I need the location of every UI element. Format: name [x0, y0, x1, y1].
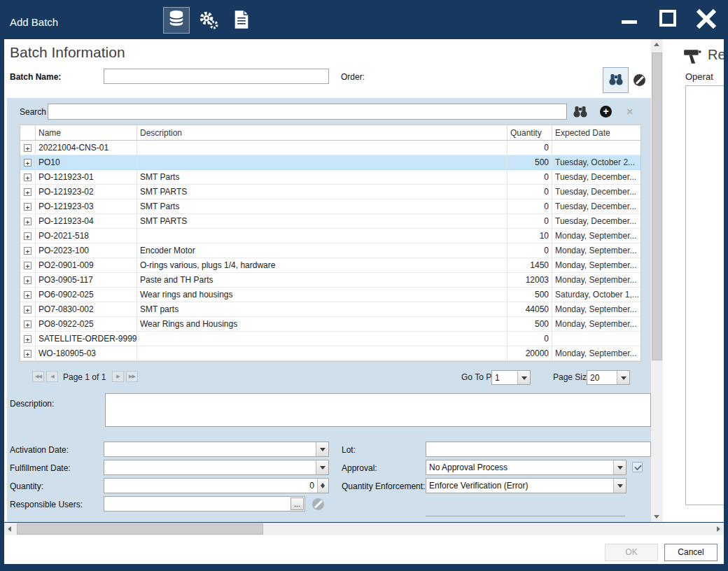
table-row[interactable]: +PO3-0905-117Paste and TH Parts12003Mond…: [20, 273, 640, 288]
prev-page-button[interactable]: ◀: [46, 371, 58, 382]
scroll-left-button[interactable]: [4, 523, 16, 535]
cancel-button[interactable]: Cancel: [664, 544, 718, 561]
table-row[interactable]: +PO-121923-02SMT PARTS0Tuesday, December…: [20, 185, 640, 199]
scroll-right-button[interactable]: [712, 523, 724, 535]
row-expand-toggle[interactable]: +: [20, 199, 36, 213]
ok-button[interactable]: OK: [605, 544, 658, 561]
expand-plus-icon[interactable]: +: [24, 188, 31, 196]
clear-search-icon[interactable]: ×: [626, 106, 633, 118]
expand-plus-icon[interactable]: +: [24, 247, 31, 255]
approval-check-icon[interactable]: [632, 462, 643, 472]
header-description[interactable]: Description: [137, 125, 507, 140]
chevron-down-icon[interactable]: [613, 479, 626, 493]
expand-plus-icon[interactable]: +: [24, 218, 31, 225]
spinner-arrows-icon[interactable]: [317, 479, 328, 493]
lot-input[interactable]: [426, 442, 651, 457]
responsible-users-clear-icon[interactable]: [312, 498, 324, 510]
header-quantity[interactable]: Quantity: [507, 125, 552, 140]
expand-plus-icon[interactable]: +: [24, 232, 31, 240]
close-button[interactable]: [690, 3, 722, 34]
database-toolbar-button[interactable]: [163, 7, 190, 34]
row-expand-toggle[interactable]: +: [20, 273, 36, 287]
document-button[interactable]: [233, 10, 250, 32]
expand-plus-icon[interactable]: +: [24, 144, 31, 152]
vertical-scrollbar[interactable]: [651, 39, 663, 522]
batch-name-input[interactable]: [104, 69, 329, 84]
browse-ellipsis-button[interactable]: ...: [290, 498, 304, 510]
next-page-button[interactable]: ▶: [112, 371, 124, 382]
table-row[interactable]: +PO-121923-01SMT Parts0Tuesday, December…: [20, 170, 640, 185]
row-expand-toggle[interactable]: +: [20, 170, 36, 184]
table-row[interactable]: +PO-121923-03SMT Parts0Tuesday, December…: [20, 199, 640, 214]
horizontal-scrollbar[interactable]: [4, 523, 724, 535]
table-row[interactable]: +PO6-0902-025Wear rings and housings500S…: [20, 288, 640, 302]
scroll-up-button[interactable]: [651, 39, 663, 51]
expand-plus-icon[interactable]: +: [24, 159, 31, 167]
row-expand-toggle[interactable]: +: [20, 317, 36, 331]
row-expand-toggle[interactable]: +: [20, 244, 36, 258]
add-icon[interactable]: [600, 106, 612, 118]
responsible-users-field[interactable]: ...: [104, 496, 305, 512]
row-expand-toggle[interactable]: +: [20, 346, 36, 360]
order-clear-icon[interactable]: [634, 74, 645, 86]
order-search-button[interactable]: [603, 67, 629, 93]
table-row[interactable]: +WO-180905-0320000Monday, September...: [20, 346, 640, 361]
expand-plus-icon[interactable]: +: [24, 262, 31, 269]
table-row[interactable]: +PO-2023-100Encoder Motor0Monday, Septem…: [20, 244, 640, 258]
expand-plus-icon[interactable]: +: [24, 335, 31, 343]
table-row[interactable]: +PO8-0922-025Wear Rings and Housings500M…: [20, 317, 640, 332]
expand-plus-icon[interactable]: +: [24, 174, 31, 181]
row-expand-toggle[interactable]: +: [20, 185, 36, 199]
row-expand-toggle[interactable]: +: [20, 332, 36, 346]
settings-gears-button[interactable]: [198, 10, 219, 32]
goto-page-combo[interactable]: 1: [491, 370, 531, 385]
last-page-button[interactable]: ▶▶: [126, 371, 138, 382]
chevron-down-icon[interactable]: [613, 460, 626, 474]
row-expand-toggle[interactable]: +: [20, 155, 36, 169]
expand-plus-icon[interactable]: +: [24, 291, 31, 299]
row-expand-toggle[interactable]: +: [20, 229, 36, 243]
expand-plus-icon[interactable]: +: [24, 350, 31, 358]
right-panel-subtitle: Operat: [685, 71, 713, 82]
vertical-scroll-thumb[interactable]: [652, 52, 662, 360]
chevron-down-icon[interactable]: [316, 442, 328, 456]
approval-combo[interactable]: No Approval Process: [426, 460, 626, 475]
first-page-button[interactable]: ◀◀: [32, 371, 44, 382]
search-binoculars-icon[interactable]: [573, 104, 588, 121]
table-row[interactable]: +PO2-0901-009O-rings various, plugs 1/4,…: [20, 258, 640, 273]
expand-plus-icon[interactable]: +: [24, 203, 31, 211]
row-expand-toggle[interactable]: +: [20, 258, 36, 272]
page-size-combo[interactable]: 20: [587, 370, 630, 385]
right-panel-listbox[interactable]: [685, 85, 724, 505]
search-input[interactable]: [48, 104, 567, 120]
activation-date-combo[interactable]: [104, 442, 329, 457]
table-row[interactable]: +SATELLITE-ORDER-99990: [20, 332, 640, 346]
table-row[interactable]: +PO-121923-04SMT PARTS0Tuesday, December…: [20, 214, 640, 229]
chevron-down-icon[interactable]: [316, 460, 328, 474]
scroll-down-button[interactable]: [651, 510, 663, 522]
quantity-stepper[interactable]: 0: [104, 478, 329, 493]
table-row[interactable]: +PO7-0830-002SMT parts44050Monday, Septe…: [20, 302, 640, 317]
maximize-button[interactable]: [654, 4, 682, 32]
chevron-down-icon[interactable]: [617, 371, 629, 384]
fulfillment-date-combo[interactable]: [104, 460, 329, 475]
expand-plus-icon[interactable]: +: [24, 276, 31, 284]
expand-plus-icon[interactable]: +: [24, 306, 31, 313]
row-expand-toggle[interactable]: +: [20, 288, 36, 302]
header-name[interactable]: Name: [36, 125, 137, 140]
minimize-button[interactable]: [615, 6, 644, 31]
row-expand-toggle[interactable]: +: [20, 141, 36, 155]
header-expected-date[interactable]: Expected Date: [552, 125, 640, 140]
cell-expected-date: Tuesday, December...: [552, 170, 640, 184]
description-input[interactable]: [105, 393, 651, 427]
row-expand-toggle[interactable]: +: [20, 214, 36, 228]
row-expand-toggle[interactable]: +: [20, 302, 36, 316]
quantity-enforcement-combo[interactable]: Enforce Verification (Error): [426, 478, 626, 493]
expand-plus-icon[interactable]: +: [24, 320, 31, 328]
table-row[interactable]: +PO10500Tuesday, October 2...: [20, 155, 640, 170]
table-row[interactable]: +PO-2021-51810Monday, September...: [20, 229, 640, 244]
chevron-down-icon[interactable]: [517, 371, 530, 384]
table-row[interactable]: +20221004-CNS-010: [20, 141, 640, 155]
horizontal-scroll-thumb[interactable]: [17, 523, 263, 535]
right-panel-title: Re: [708, 47, 724, 63]
